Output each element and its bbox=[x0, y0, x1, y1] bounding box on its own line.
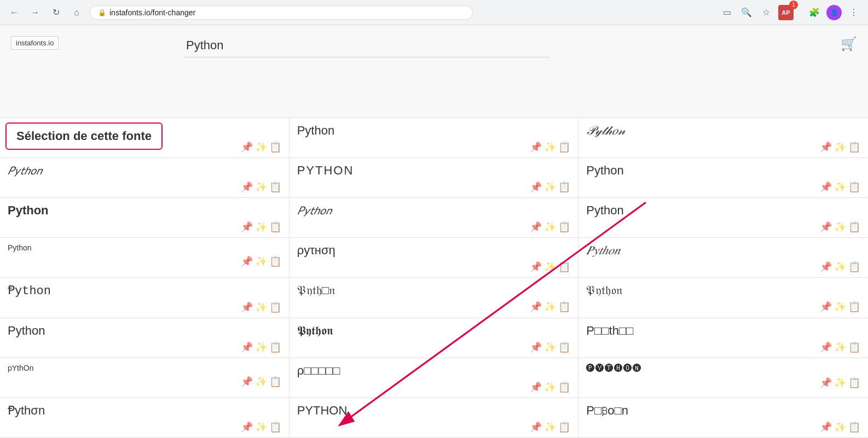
star-icon-13[interactable]: ✨ bbox=[255, 301, 267, 313]
browser-right-icons: ▭ 🔍 ☆ AP 1 🧩 👤 ⋮ bbox=[719, 5, 861, 20]
copy-icon-21[interactable]: 📋 bbox=[848, 377, 860, 389]
menu-button[interactable]: ⋮ bbox=[846, 5, 861, 20]
pin-icon-3[interactable]: 📌 bbox=[820, 141, 832, 153]
copy-icon-24[interactable]: 📋 bbox=[848, 421, 860, 433]
font-name-20: ρ□□□□□ bbox=[297, 364, 571, 378]
home-button[interactable]: ⌂ bbox=[69, 5, 84, 20]
pin-icon-15[interactable]: 📌 bbox=[820, 301, 832, 313]
profile-avatar[interactable]: 👤 bbox=[826, 5, 842, 20]
star-icon-11[interactable]: ✨ bbox=[544, 261, 556, 273]
pin-icon-1[interactable]: 📌 bbox=[241, 141, 253, 153]
pin-icon-16[interactable]: 📌 bbox=[241, 341, 253, 353]
logo-text[interactable]: instafonts.io bbox=[11, 36, 59, 50]
font-actions-20: 📌 ✨ 📋 bbox=[297, 380, 571, 394]
star-icon-15[interactable]: ✨ bbox=[834, 301, 846, 313]
copy-icon-23[interactable]: 📋 bbox=[558, 421, 570, 433]
star-icon-7[interactable]: ✨ bbox=[255, 221, 267, 233]
font-text-input[interactable] bbox=[184, 34, 549, 57]
pin-icon-5[interactable]: 📌 bbox=[530, 181, 542, 193]
star-icon-12[interactable]: ✨ bbox=[834, 261, 846, 273]
font-actions-8: 📌 ✨ 📋 bbox=[297, 220, 571, 234]
copy-icon-16[interactable]: 📋 bbox=[269, 341, 281, 353]
star-icon-1[interactable]: ✨ bbox=[255, 141, 267, 153]
pin-icon-17[interactable]: 📌 bbox=[530, 341, 542, 353]
back-button[interactable]: ← bbox=[7, 5, 22, 20]
pin-icon-2[interactable]: 📌 bbox=[530, 141, 542, 153]
star-icon-6[interactable]: ✨ bbox=[834, 181, 846, 193]
copy-icon-5[interactable]: 📋 bbox=[558, 181, 570, 193]
pin-icon-18[interactable]: 📌 bbox=[820, 341, 832, 353]
font-name-22: Ᵽуthσn bbox=[8, 404, 281, 418]
copy-icon-13[interactable]: 📋 bbox=[269, 301, 281, 313]
star-icon-8[interactable]: ✨ bbox=[544, 221, 556, 233]
copy-icon-9[interactable]: 📋 bbox=[848, 221, 860, 233]
copy-icon-14[interactable]: 📋 bbox=[558, 301, 570, 313]
star-icon-16[interactable]: ✨ bbox=[255, 341, 267, 353]
pin-icon-9[interactable]: 📌 bbox=[820, 221, 832, 233]
copy-icon-20[interactable]: 📋 bbox=[558, 381, 570, 393]
star-icon-9[interactable]: ✨ bbox=[834, 221, 846, 233]
copy-icon-15[interactable]: 📋 bbox=[848, 301, 860, 313]
copy-icon-6[interactable]: 📋 bbox=[848, 181, 860, 193]
star-icon-14[interactable]: ✨ bbox=[544, 301, 556, 313]
star-icon-24[interactable]: ✨ bbox=[834, 421, 846, 433]
pin-icon-6[interactable]: 📌 bbox=[820, 181, 832, 193]
star-icon-22[interactable]: ✨ bbox=[255, 421, 267, 433]
copy-icon-17[interactable]: 📋 bbox=[558, 341, 570, 353]
font-actions-6: 📌 ✨ 📋 bbox=[586, 180, 860, 194]
copy-icon-12[interactable]: 📋 bbox=[848, 261, 860, 273]
star-icon-21[interactable]: ✨ bbox=[834, 377, 846, 389]
font-actions-17: 📌 ✨ 📋 bbox=[297, 340, 571, 354]
copy-icon-18[interactable]: 📋 bbox=[848, 341, 860, 353]
pin-icon-19[interactable]: 📌 bbox=[241, 376, 253, 388]
zoom-button[interactable]: 🔍 bbox=[739, 5, 754, 20]
pin-icon-21[interactable]: 📌 bbox=[820, 377, 832, 389]
font-name-8: 𝘗𝘺𝘵𝘩𝘰𝘯 bbox=[297, 203, 571, 218]
reload-button[interactable]: ↻ bbox=[48, 5, 63, 20]
pin-icon-20[interactable]: 📌 bbox=[530, 381, 542, 393]
forward-button[interactable]: → bbox=[27, 5, 43, 20]
pin-icon-14[interactable]: 📌 bbox=[530, 301, 542, 313]
pin-icon-10[interactable]: 📌 bbox=[241, 255, 253, 267]
copy-icon-19[interactable]: 📋 bbox=[269, 376, 281, 388]
star-icon-18[interactable]: ✨ bbox=[834, 341, 846, 353]
font-cell-3: 𝒫𝓎𝓉𝒽𝑜𝓃 📌 ✨ 📋 bbox=[578, 118, 868, 158]
cart-area: 🛒 bbox=[830, 25, 868, 62]
star-icon-5[interactable]: ✨ bbox=[544, 181, 556, 193]
copy-icon-22[interactable]: 📋 bbox=[269, 421, 281, 433]
bookmark-button[interactable]: ☆ bbox=[759, 5, 774, 20]
copy-icon-1[interactable]: 📋 bbox=[269, 141, 281, 153]
star-icon-4[interactable]: ✨ bbox=[255, 181, 267, 193]
pin-icon-4[interactable]: 📌 bbox=[241, 181, 253, 193]
pin-icon-8[interactable]: 📌 bbox=[530, 221, 542, 233]
pin-icon-23[interactable]: 📌 bbox=[530, 421, 542, 433]
extensions-puzzle-button[interactable]: 🧩 bbox=[807, 5, 822, 20]
font-cell-20: ρ□□□□□ 📌 ✨ 📋 bbox=[290, 358, 579, 398]
star-icon-10[interactable]: ✨ bbox=[255, 255, 267, 267]
pin-icon-11[interactable]: 📌 bbox=[530, 261, 542, 273]
font-actions-3: 📌 ✨ 📋 bbox=[586, 140, 860, 154]
pin-icon-12[interactable]: 📌 bbox=[820, 261, 832, 273]
copy-icon-3[interactable]: 📋 bbox=[848, 141, 860, 153]
pin-icon-13[interactable]: 📌 bbox=[241, 301, 253, 313]
copy-icon-4[interactable]: 📋 bbox=[269, 181, 281, 193]
pin-icon-7[interactable]: 📌 bbox=[241, 221, 253, 233]
star-icon-19[interactable]: ✨ bbox=[255, 376, 267, 388]
copy-icon-7[interactable]: 📋 bbox=[269, 221, 281, 233]
screen-cast-button[interactable]: ▭ bbox=[719, 5, 734, 20]
copy-icon-2[interactable]: 📋 bbox=[558, 141, 570, 153]
star-icon-20[interactable]: ✨ bbox=[544, 381, 556, 393]
cart-icon[interactable]: 🛒 bbox=[841, 36, 857, 51]
copy-icon-8[interactable]: 📋 bbox=[558, 221, 570, 233]
address-bar[interactable]: 🔒 instafonts.io/font-changer bbox=[90, 5, 473, 20]
font-name-16: Python bbox=[8, 324, 281, 338]
pin-icon-22[interactable]: 📌 bbox=[241, 421, 253, 433]
copy-icon-11[interactable]: 📋 bbox=[558, 261, 570, 273]
copy-icon-10[interactable]: 📋 bbox=[269, 255, 281, 267]
star-icon-3[interactable]: ✨ bbox=[834, 141, 846, 153]
pin-icon-24[interactable]: 📌 bbox=[820, 421, 832, 433]
star-icon-2[interactable]: ✨ bbox=[544, 141, 556, 153]
star-icon-17[interactable]: ✨ bbox=[544, 341, 556, 353]
font-actions-15: 📌 ✨ 📋 bbox=[586, 300, 860, 314]
star-icon-23[interactable]: ✨ bbox=[544, 421, 556, 433]
